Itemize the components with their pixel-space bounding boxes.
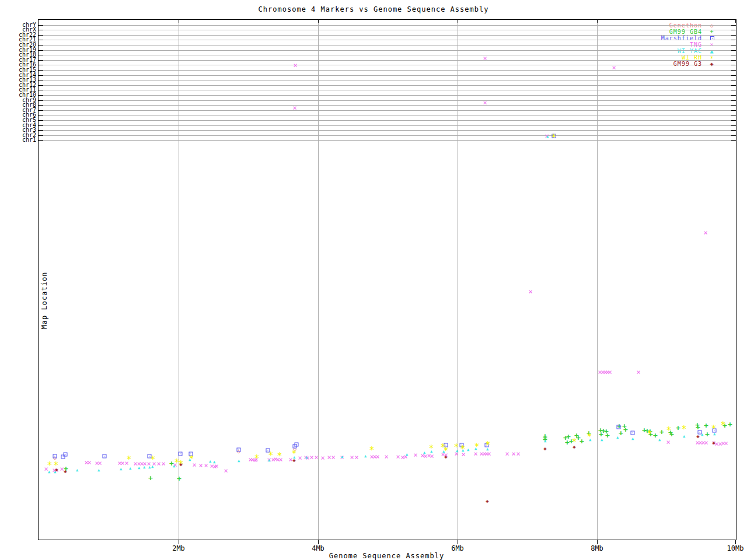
data-point-tng: × [204, 462, 208, 469]
x-gridline [458, 20, 458, 540]
y-axis-tick-right [731, 60, 736, 61]
chromosome-gridline [39, 95, 736, 96]
legend-item-marshfield: Marshfield [661, 35, 722, 41]
data-point-gm99gb4: + [705, 430, 710, 438]
y-axis-tick-right [731, 55, 736, 55]
y-axis-tick-right [731, 110, 736, 111]
data-point-gm99gb4: + [728, 421, 732, 428]
data-point-gm99g3: ◈ [712, 440, 715, 446]
data-point-wiyac: ▲ [305, 456, 308, 460]
data-point-tng: × [528, 288, 532, 295]
data-point-tng: × [309, 454, 313, 461]
y-axis-tick-left [39, 50, 43, 51]
legend-label: Genethon [669, 22, 702, 29]
y-axis-tick-left [39, 85, 43, 86]
chromosome-gridline [39, 105, 736, 106]
x-axis-title: Genome Sequence Assembly [38, 552, 735, 560]
data-point-tng: × [505, 450, 509, 457]
chromosome-gridline [39, 125, 736, 126]
chromosome-gridline [39, 85, 736, 86]
data-point-wirh: * [551, 134, 556, 142]
chromosome-gridline [39, 135, 736, 136]
screenshot-root: { "title": "Chromosome 4 Markers vs Geno… [0, 0, 747, 560]
y-axis-tick-right [731, 140, 736, 141]
y-axis-tick-right [731, 130, 736, 131]
chromosome-gridline [39, 80, 736, 80]
y-axis-tick-right [731, 120, 736, 121]
data-point-tng: × [156, 460, 160, 467]
data-point-gm99g3: ◈ [573, 444, 575, 450]
chromosome-gridline [39, 25, 736, 26]
data-point-wiyac: ▲ [151, 465, 153, 469]
data-point-tng: × [612, 64, 616, 71]
data-point-tng: × [483, 55, 487, 62]
data-point-wiyac: ▲ [129, 467, 131, 471]
data-point-gm99g3: ◈ [292, 458, 295, 463]
chromosome-gridline [39, 70, 736, 71]
x-axis-tick [179, 20, 179, 23]
data-point-gm99g3: ◈ [543, 446, 546, 452]
y-axis-tick-left [39, 25, 43, 26]
data-point-gm99gb4: + [659, 428, 664, 436]
data-point-tng: × [483, 99, 487, 106]
y-axis-tick-left [39, 35, 43, 36]
data-point-wiyac: ▲ [544, 439, 546, 443]
data-point-gm99g3: ◈ [444, 454, 447, 460]
x-tick-label: 8Mb [580, 544, 615, 552]
x-tick-label: 6Mb [440, 544, 475, 552]
data-point-wirh: * [460, 445, 465, 454]
data-point-tng: × [487, 450, 491, 457]
data-point-wirh: * [647, 430, 652, 439]
y-axis-tick-left [39, 130, 43, 131]
data-point-wirh: * [453, 443, 459, 452]
data-point-wiyac: ▲ [658, 438, 661, 442]
data-point-wiyac: ▲ [48, 470, 50, 474]
data-point-wiyac: ▲ [209, 460, 211, 464]
data-point-wiyac: ▲ [631, 437, 634, 441]
data-point-wirh: * [681, 425, 686, 434]
y-axis-tick-left [39, 75, 43, 76]
data-point-gm99gb4: + [653, 432, 658, 439]
chromosome-gridline [39, 60, 736, 61]
x-tick-label: 4Mb [301, 544, 336, 552]
y-axis-tick-right [731, 75, 736, 76]
y-axis-tick-left [39, 80, 43, 80]
x-axis-tick [318, 20, 319, 23]
data-point-gm99gb4: + [623, 426, 628, 433]
y-axis-tick-right [731, 30, 736, 30]
data-point-tng: × [298, 454, 302, 461]
y-axis-tick-left [39, 60, 43, 61]
data-point-wiyac: ▲ [120, 467, 122, 471]
data-point-tng: × [430, 453, 434, 460]
y-axis-tick-left [39, 120, 43, 121]
y-axis-tick-left [39, 45, 43, 46]
legend-label: GM99 G3 [673, 61, 702, 67]
chromosome-gridline [39, 55, 736, 55]
data-point-wiyac: ▲ [423, 451, 425, 455]
data-point-tng: × [724, 440, 728, 447]
x-axis-tick [735, 20, 736, 23]
data-point-gm99g3: ◈ [179, 462, 182, 467]
data-point-gm99g3: ◈ [55, 467, 58, 473]
data-point-marshfield [64, 453, 68, 457]
data-point-tng: × [608, 369, 612, 376]
x-tick-label: 2Mb [161, 544, 196, 552]
y-axis-tick-left [39, 55, 43, 55]
x-axis-tick [597, 20, 598, 23]
data-point-wiyac: ▲ [238, 459, 240, 463]
data-point-wiyac: ▲ [616, 436, 619, 440]
y-axis-tick-right [731, 80, 736, 80]
y-axis-tick-right [731, 25, 736, 26]
data-point-wiyac: ▲ [683, 435, 685, 439]
chromosome-gridline [39, 30, 736, 30]
data-point-tng: × [396, 453, 400, 460]
data-point-wiyac: ▲ [138, 466, 140, 470]
chromosome-gridline [39, 50, 736, 51]
y-axis-tick-left [39, 65, 43, 65]
data-point-tng: × [292, 104, 296, 111]
chromosome-gridline [39, 120, 736, 121]
legend-marker-wiyac: ▲ [702, 48, 722, 54]
chromosome-gridline [39, 45, 736, 46]
data-point-gm99gb4: + [177, 475, 181, 482]
data-point-tng: × [354, 454, 358, 461]
